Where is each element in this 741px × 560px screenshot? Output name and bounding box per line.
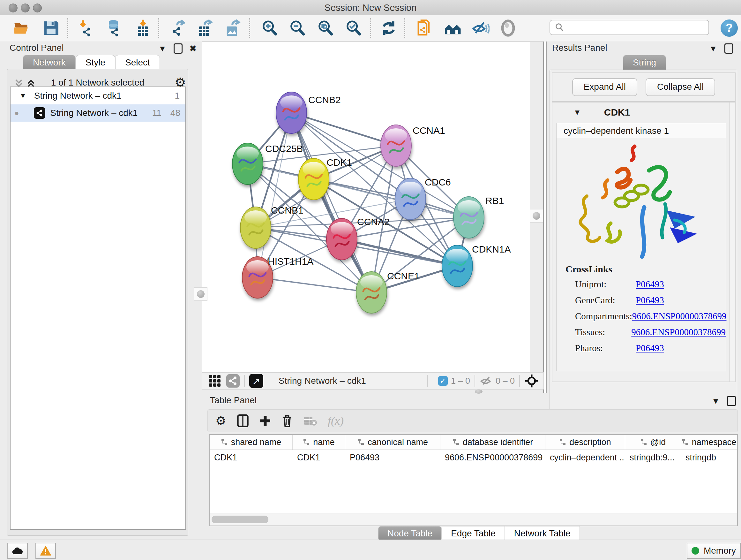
- crosslink-link[interactable]: P06493: [636, 295, 664, 306]
- table-cell[interactable]: P06493: [345, 450, 441, 465]
- node-label: CDKN1A: [472, 244, 511, 254]
- table-cell[interactable]: stringdb:9...: [625, 450, 681, 465]
- tab-node-table[interactable]: Node Table: [378, 526, 442, 541]
- column-header-description[interactable]: description: [545, 435, 625, 449]
- hide-panel-eye-icon[interactable]: [472, 19, 489, 37]
- export-table-icon[interactable]: [196, 19, 214, 37]
- zoom-fit-icon[interactable]: [317, 19, 334, 37]
- tab-edge-table[interactable]: Edge Table: [442, 526, 505, 541]
- warning-status-button[interactable]: [36, 543, 56, 559]
- splitter-grip-left[interactable]: [194, 287, 207, 301]
- selected-checkbox-icon[interactable]: ✓: [438, 376, 448, 386]
- network-node-HIST1H1A[interactable]: HIST1H1A: [242, 256, 313, 298]
- network-view-title: String Network – cdk1: [279, 376, 366, 386]
- panel-menu-icon[interactable]: ▼: [712, 396, 720, 406]
- table-hscrollbar[interactable]: [210, 513, 737, 525]
- tab-style[interactable]: Style: [76, 55, 115, 70]
- tab-string[interactable]: String: [623, 55, 666, 70]
- open-session-icon[interactable]: [13, 19, 30, 37]
- show-columns-icon[interactable]: [237, 415, 249, 427]
- network-node-CDC25B[interactable]: CDC25B: [232, 143, 303, 185]
- refresh-icon[interactable]: [380, 19, 398, 37]
- column-header-name[interactable]: name: [293, 435, 345, 449]
- string-import-icon[interactable]: [415, 19, 433, 37]
- table-cell[interactable]: cyclin–dependent ...: [545, 450, 625, 465]
- column-header-namespace[interactable]: namespace: [681, 435, 737, 449]
- toolbar-separator: [404, 18, 405, 38]
- string-share-icon[interactable]: [226, 374, 240, 388]
- section-expander-icon[interactable]: ▼: [574, 108, 581, 117]
- import-network-database-icon[interactable]: [105, 19, 123, 37]
- network-edge[interactable]: [291, 113, 396, 145]
- column-header-shared-name[interactable]: shared name: [210, 435, 293, 449]
- collapse-all-button[interactable]: Collapse All: [646, 78, 715, 96]
- hidden-eye-icon[interactable]: [480, 374, 492, 387]
- function-builder-icon[interactable]: f(x): [328, 414, 344, 428]
- network-node-RB1[interactable]: RB1: [454, 195, 504, 238]
- network-node-CDC6[interactable]: CDC6: [395, 177, 451, 220]
- panel-close-icon[interactable]: ✖: [190, 44, 197, 54]
- network-node-CDKN1A[interactable]: CDKN1A: [442, 244, 511, 287]
- panel-menu-icon[interactable]: ▼: [709, 44, 718, 54]
- collection-label: String Network – cdk1: [34, 91, 122, 101]
- cdk1-section-header[interactable]: ▼ CDK1: [552, 103, 735, 122]
- network-edge[interactable]: [258, 277, 372, 293]
- zoom-out-icon[interactable]: [288, 19, 307, 37]
- memory-button[interactable]: Memory: [687, 543, 741, 559]
- help-button[interactable]: ?: [721, 19, 738, 37]
- tab-network-table[interactable]: Network Table: [505, 526, 580, 541]
- splitter-grip[interactable]: [530, 209, 543, 223]
- open-in-window-icon[interactable]: ↗: [249, 374, 263, 388]
- birdseye-grid-icon[interactable]: [209, 375, 220, 387]
- fit-selected-crosshair-icon[interactable]: [524, 374, 539, 388]
- table-options-gear-icon[interactable]: ⚙: [215, 414, 226, 428]
- zoom-in-icon[interactable]: [261, 19, 279, 37]
- panel-menu-icon[interactable]: ▼: [158, 44, 166, 54]
- network-edge[interactable]: [342, 239, 457, 266]
- show-panel-eye-icon[interactable]: [499, 19, 517, 37]
- scrollbar-thumb[interactable]: [212, 516, 268, 523]
- save-session-icon[interactable]: [42, 19, 60, 37]
- network-node-CCNB2[interactable]: CCNB2: [276, 92, 341, 133]
- export-network-icon[interactable]: [169, 19, 187, 37]
- expand-all-button[interactable]: Expand All: [572, 78, 637, 96]
- network-node-CCNE1[interactable]: CCNE1: [356, 271, 420, 313]
- crosslink-link[interactable]: 9606.ENSP00000378699: [632, 311, 727, 321]
- search-field[interactable]: [549, 20, 709, 35]
- cloud-status-button[interactable]: [7, 543, 28, 559]
- delete-table-icon[interactable]: [304, 415, 317, 426]
- table-cell[interactable]: stringdb: [681, 450, 737, 465]
- table-cell[interactable]: CDK1: [210, 450, 293, 465]
- network-canvas[interactable]: CCNB2CCNA1CDC25BCDK1CDC6RB1CCNB1CCNA2CDK…: [202, 42, 530, 373]
- tab-network[interactable]: Network: [23, 55, 76, 70]
- home-icon[interactable]: [444, 19, 462, 37]
- crosslink-link[interactable]: P06493: [636, 279, 664, 290]
- column-header-@id[interactable]: @id: [625, 435, 681, 449]
- collection-expander-icon[interactable]: ▼: [19, 91, 26, 100]
- search-input[interactable]: [564, 22, 699, 33]
- panel-float-icon[interactable]: [724, 44, 733, 54]
- crosslink-link[interactable]: P06493: [636, 343, 664, 354]
- node-table[interactable]: shared namenamecanonical namedatabase id…: [209, 434, 738, 526]
- network-node-CCNA1[interactable]: CCNA1: [381, 125, 445, 166]
- delete-column-icon[interactable]: [282, 415, 293, 427]
- column-header-database-identifier[interactable]: database identifier: [441, 435, 545, 449]
- add-column-icon[interactable]: [259, 415, 271, 427]
- results-scrollbar[interactable]: [730, 103, 735, 381]
- import-network-file-icon[interactable]: [77, 19, 95, 37]
- tab-select[interactable]: Select: [115, 55, 160, 70]
- column-header-canonical-name[interactable]: canonical name: [345, 435, 441, 449]
- table-cell[interactable]: 9606.ENSP00000378699: [441, 450, 545, 465]
- network-node-CDK1[interactable]: CDK1: [298, 157, 352, 200]
- table-row[interactable]: CDK1CDK1P064939606.ENSP00000378699cyclin…: [210, 450, 737, 465]
- network-graph[interactable]: CCNB2CCNA1CDC25BCDK1CDC6RB1CCNB1CCNA2CDK…: [202, 42, 530, 373]
- network-collection-row[interactable]: ▼ String Network – cdk1 1: [10, 87, 185, 105]
- table-cell[interactable]: CDK1: [293, 450, 345, 465]
- import-table-icon[interactable]: [134, 19, 152, 37]
- panel-float-icon[interactable]: [174, 44, 183, 54]
- zoom-selected-icon[interactable]: [345, 19, 362, 37]
- crosslink-link[interactable]: 9606.ENSP00000378699: [631, 327, 726, 337]
- panel-float-icon[interactable]: [727, 396, 736, 406]
- export-image-icon[interactable]: [224, 19, 242, 37]
- network-row-selected[interactable]: ● String Network – cdk1 11 48: [10, 105, 185, 122]
